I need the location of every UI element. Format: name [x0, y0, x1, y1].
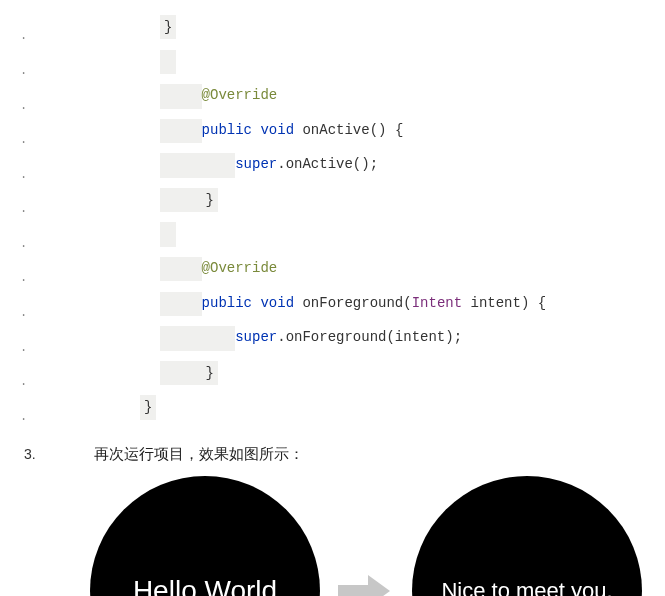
code-token: .onActive(); — [277, 153, 378, 177]
code-token — [160, 50, 176, 74]
code-line: . public void onForeground(Intent intent… — [20, 292, 645, 324]
code-content: public void onActive() { — [70, 119, 403, 143]
code-content: } — [70, 188, 218, 212]
watch-face-left: Hello World Next — [90, 476, 320, 596]
code-line: . @Override — [20, 257, 645, 289]
code-line: . public void onActive() { — [20, 119, 645, 151]
code-token — [160, 257, 202, 281]
code-token — [160, 361, 202, 385]
code-token — [252, 119, 260, 143]
line-marker: . — [20, 339, 70, 358]
line-marker: . — [20, 131, 70, 150]
code-token — [160, 326, 235, 350]
line-marker: . — [20, 269, 70, 288]
watch-face-right: Nice to meet you. — [412, 476, 642, 596]
code-line: . super.onForeground(intent); — [20, 326, 645, 358]
code-content: } — [70, 15, 176, 39]
code-line: .} — [20, 395, 645, 427]
code-token — [160, 188, 202, 212]
line-marker: . — [20, 200, 70, 219]
code-content: super.onActive(); — [70, 153, 378, 177]
code-line: . @Override — [20, 84, 645, 116]
arrow-icon — [338, 575, 394, 596]
code-token: onForeground — [302, 292, 403, 316]
code-content: public void onForeground(Intent intent) … — [70, 292, 546, 316]
code-token: intent) { — [462, 292, 546, 316]
line-marker: . — [20, 304, 70, 323]
code-token: @Override — [202, 84, 278, 108]
code-content: @Override — [70, 257, 277, 281]
code-line: . } — [20, 361, 645, 393]
watch-main-text-left: Hello World — [133, 575, 277, 596]
line-marker: . — [20, 408, 70, 427]
code-token — [294, 119, 302, 143]
code-token: onActive — [302, 119, 369, 143]
step-row: 3. 再次运行项目，效果如图所示： — [20, 445, 645, 464]
code-content — [70, 222, 176, 246]
step-text: 再次运行项目，效果如图所示： — [94, 445, 304, 464]
watch-main-text-right: Nice to meet you. — [441, 578, 612, 596]
code-content: super.onForeground(intent); — [70, 326, 462, 350]
code-token: } — [202, 188, 218, 212]
line-marker: . — [20, 373, 70, 392]
code-token — [160, 222, 176, 246]
code-token: void — [260, 292, 294, 316]
code-token: ( — [403, 292, 411, 316]
code-token: void — [260, 119, 294, 143]
code-token: .onForeground(intent); — [277, 326, 462, 350]
code-token — [160, 292, 202, 316]
code-token: public — [202, 292, 252, 316]
code-line: .} — [20, 15, 645, 47]
code-content: } — [70, 361, 218, 385]
code-line: . } — [20, 188, 645, 220]
code-content: } — [70, 395, 156, 419]
code-token: } — [202, 361, 218, 385]
code-token: Intent — [412, 292, 462, 316]
line-marker: . — [20, 235, 70, 254]
step-number: 3. — [20, 446, 64, 462]
code-token — [294, 292, 302, 316]
code-token: super — [235, 153, 277, 177]
line-marker: . — [20, 97, 70, 116]
code-token: } — [160, 15, 176, 39]
code-block: .}. . @Override. public void onActive() … — [20, 15, 645, 427]
line-marker: . — [20, 166, 70, 185]
figure-row: Hello World Next Nice to meet you. — [20, 476, 645, 596]
code-token — [160, 84, 202, 108]
code-token: super — [235, 326, 277, 350]
line-marker: . — [20, 27, 70, 46]
code-token — [160, 153, 235, 177]
line-marker: . — [20, 62, 70, 81]
code-line: . — [20, 222, 645, 254]
code-token — [252, 292, 260, 316]
code-content: @Override — [70, 84, 277, 108]
code-content — [70, 50, 176, 74]
code-token: () { — [370, 119, 404, 143]
code-token: public — [202, 119, 252, 143]
code-line: . — [20, 50, 645, 82]
code-token — [160, 119, 202, 143]
code-token: @Override — [202, 257, 278, 281]
code-token: } — [140, 395, 156, 419]
code-line: . super.onActive(); — [20, 153, 645, 185]
